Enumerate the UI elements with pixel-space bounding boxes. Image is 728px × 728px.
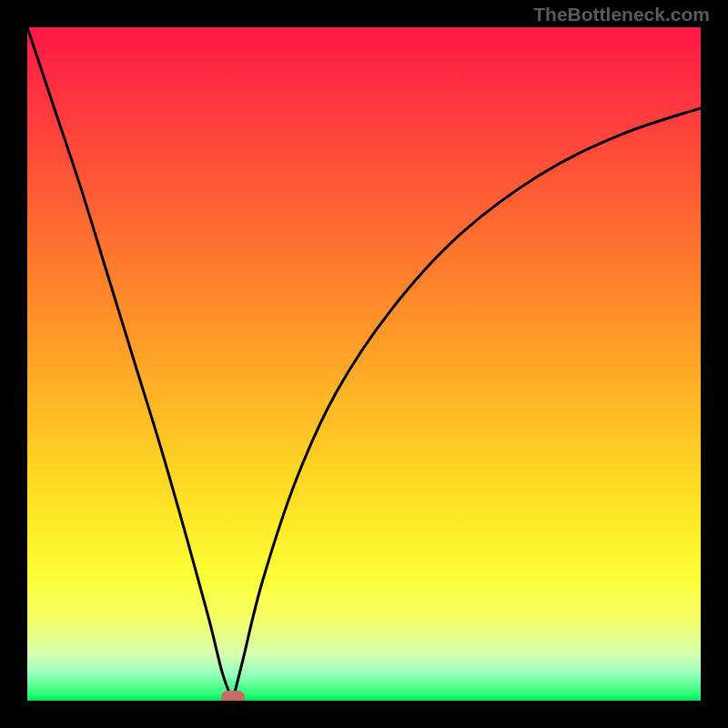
attribution-text: TheBottleneck.com bbox=[533, 4, 710, 25]
plot-area bbox=[27, 27, 701, 701]
bottleneck-curve bbox=[27, 27, 701, 701]
optimal-point-marker bbox=[221, 691, 245, 701]
chart-container: TheBottleneck.com bbox=[0, 0, 728, 728]
